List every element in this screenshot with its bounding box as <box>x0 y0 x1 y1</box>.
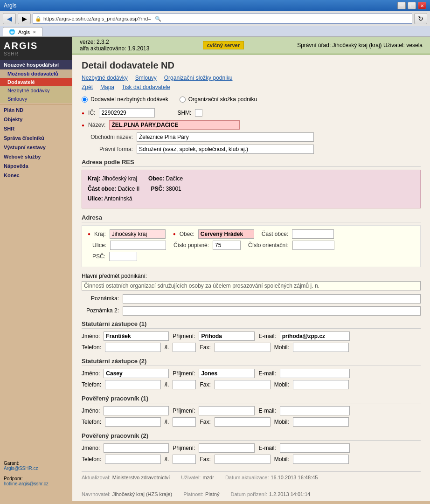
radio-org-slozka[interactable]: Organizační složka podniku <box>180 96 257 103</box>
stat1-mobil-input[interactable] <box>293 343 349 352</box>
adresa-kraj-input[interactable] <box>110 229 166 239</box>
sidebar-item-moznosti[interactable]: Možnosti dodavatelů <box>0 69 72 78</box>
adresa-kraj-dot: ● <box>88 231 90 236</box>
stat2-linka-sep: /l. <box>165 381 169 388</box>
sidebar-item-plan-nd[interactable]: Plán ND <box>0 105 72 115</box>
stat-zastupce1-section: Statutární zástupce (1) Jméno: Příjmení:… <box>82 320 421 352</box>
povereny1-title: Pověřený pracovník (1) <box>82 395 421 403</box>
close-button[interactable]: ✕ <box>418 2 426 9</box>
garant-email[interactable]: Argis@SSHR.cz <box>4 466 38 471</box>
hlavni-predmet-input[interactable] <box>82 281 421 290</box>
poznamka-row: Poznámka: <box>82 294 421 304</box>
podpora-email[interactable]: hotline-argis@sshr.cz <box>4 481 49 486</box>
stat2-mobil-input[interactable] <box>293 380 349 389</box>
poznamka-input[interactable] <box>123 294 421 304</box>
active-tab[interactable]: 🌐 Argis ✕ <box>3 27 42 36</box>
pov1-telefon-input[interactable] <box>105 417 161 427</box>
res-ulice-value: Antonínská <box>104 195 132 202</box>
back-button[interactable]: ◀ <box>3 13 16 24</box>
server-label: cvičný server <box>203 41 244 49</box>
pov2-mobil-input[interactable] <box>293 455 349 464</box>
url-bar[interactable]: 🔒 https://argis-c.sshr.cz/argis_pnd/argi… <box>33 14 412 24</box>
pov2-prijmeni-input[interactable] <box>199 443 255 453</box>
sidebar-item-shr[interactable]: SHR <box>0 124 72 133</box>
adresa-cislo-orientacni-input[interactable] <box>292 241 334 250</box>
radio-dodavatel-nd[interactable]: Dodavatel nezbytných dodávek <box>82 96 168 103</box>
forward-button[interactable]: ▶ <box>18 13 31 24</box>
pov2-prijmeni-label: Příjmení: <box>173 445 195 451</box>
stat2-jmeno-input[interactable] <box>104 369 169 378</box>
poznamka2-input[interactable] <box>123 306 421 316</box>
pov1-prijmeni-input[interactable] <box>199 406 255 415</box>
pov2-telefon-input[interactable] <box>105 455 161 464</box>
maximize-button[interactable]: □ <box>408 2 416 9</box>
address-res-row3: Ulice: Antonínská <box>88 194 415 204</box>
pov2-fax-input[interactable] <box>215 455 270 464</box>
sidebar-item-vystupni-sestavy[interactable]: Výstupní sestavy <box>0 143 72 152</box>
browser-title: Argis <box>4 2 16 9</box>
action-link-mapa[interactable]: Mapa <box>100 84 114 90</box>
sidebar-item-dodavatele[interactable]: Dodavatelé <box>0 78 72 86</box>
adresa-obec-label: Obec: <box>180 231 194 237</box>
stat1-telefon-input[interactable] <box>105 343 161 352</box>
radio-org-slozka-input[interactable] <box>180 97 186 103</box>
tab-label: Argis <box>18 29 30 35</box>
ico-input[interactable] <box>99 108 155 117</box>
adresa-ulice-input[interactable] <box>110 241 166 250</box>
radio-dodavatel-nd-input[interactable] <box>82 97 88 103</box>
nav-link-smlouvy[interactable]: Smlouvy <box>135 75 157 81</box>
stat2-email-input[interactable] <box>280 369 350 378</box>
pov1-fax-input[interactable] <box>215 417 270 427</box>
stat2-fax-input[interactable] <box>215 380 270 389</box>
stat2-telefon-input[interactable] <box>105 380 161 389</box>
stat1-telefon-label: Telefon: <box>82 344 101 351</box>
pov1-linka-input[interactable] <box>173 417 196 427</box>
shm-checkbox[interactable] <box>195 109 202 117</box>
pov1-jmeno-input[interactable] <box>104 406 169 415</box>
sidebar-item-webove-sluzby[interactable]: Webové služby <box>0 152 72 161</box>
pov1-email-label: E-mail: <box>258 407 276 414</box>
action-link-tisk[interactable]: Tisk dat dodavatele <box>122 84 170 90</box>
pravni-forma-row: Právní forma: <box>82 145 421 154</box>
refresh-button[interactable]: ↻ <box>414 13 427 24</box>
action-link-zpet[interactable]: Zpět <box>82 84 93 90</box>
stat1-fax-input[interactable] <box>215 343 270 352</box>
sidebar-item-nezbytne[interactable]: Nezbytné dodávky <box>0 86 72 95</box>
tab-close-icon[interactable]: ✕ <box>33 30 36 35</box>
res-obec-value: Dačice <box>166 175 183 182</box>
sidebar-item-objekty[interactable]: Objekty <box>0 115 72 124</box>
adresa-obec-input[interactable] <box>198 229 254 239</box>
sidebar-item-napoveda[interactable]: Nápověda <box>0 161 72 171</box>
pov2-email-input[interactable] <box>280 443 350 453</box>
pov2-linka-input[interactable] <box>173 455 196 464</box>
sidebar-item-konec[interactable]: Konec <box>0 171 72 180</box>
address-res-box: Kraj: Jihočeský kraj Obec: Dačice Část o… <box>82 170 421 208</box>
pov1-mobil-input[interactable] <box>293 417 349 427</box>
nazev-input[interactable] <box>109 120 240 130</box>
adresa-form: ● Kraj: ● Obec: Část obce: Ulice: Číslo … <box>82 225 421 267</box>
sidebar-item-smlouvy[interactable]: Smlouvy <box>0 95 72 103</box>
nav-link-nezbytne-dodavky[interactable]: Nezbytné dodávky <box>82 75 128 81</box>
pov1-email-input[interactable] <box>280 406 350 415</box>
minimize-button[interactable]: ─ <box>397 2 406 9</box>
user-value: vesela <box>406 42 423 48</box>
podpora-label: Podpora: <box>4 476 69 481</box>
nav-link-org-slozky[interactable]: Organizační složky podniku <box>164 75 233 81</box>
ico-required-dot: ● <box>82 110 84 116</box>
hlavni-predmet-section: Hlavní předmět podnikání: <box>82 273 421 290</box>
sidebar-section-nouzove[interactable]: Nouzové hospodářství <box>0 60 72 69</box>
sidebar-item-sprava-ciselniku[interactable]: Správa číselníků <box>0 133 72 143</box>
stat1-linka-input[interactable] <box>173 343 196 352</box>
window-controls: ─ □ ✕ <box>397 2 426 9</box>
stat2-linka-input[interactable] <box>173 380 196 389</box>
pov2-jmeno-input[interactable] <box>104 443 169 453</box>
adresa-psc-input[interactable] <box>109 252 137 261</box>
stat2-prijmeni-input[interactable] <box>199 369 255 378</box>
hlavni-predmet-label: Hlavní předmět podnikání: <box>82 273 421 279</box>
adresa-cast-obce-input[interactable] <box>292 229 334 239</box>
stat1-prijmeni-input[interactable] <box>199 331 255 341</box>
obchodni-nazev-input[interactable] <box>137 132 314 142</box>
adresa-cislo-popisne-input[interactable] <box>213 241 241 250</box>
stat1-jmeno-input[interactable] <box>104 331 169 341</box>
stat1-email-input[interactable] <box>280 331 350 341</box>
